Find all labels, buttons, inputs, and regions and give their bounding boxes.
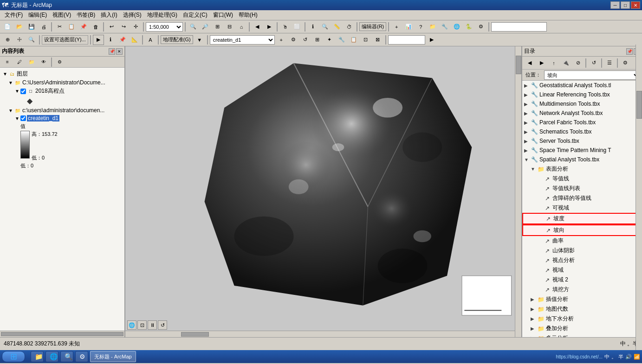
arcmap-help-btn[interactable]: ? [415,22,426,32]
toc-list-btn[interactable]: ≡ [2,57,13,67]
cat-spatial-expand[interactable]: ▼ [524,157,531,162]
auto-adjust-btn[interactable]: 🔧 [336,35,347,45]
select-features-btn[interactable]: 🖱 [279,22,291,32]
cat-server-expand[interactable]: ▶ [524,139,531,144]
catalog-item-spacetime[interactable]: ▶ 🔧 Space Time Pattern Mining T [522,146,642,155]
cat-multivar-expand[interactable]: ▶ [531,336,537,337]
model-btn[interactable]: ⚙ [475,22,486,32]
transform-btn[interactable]: ⊞ [312,35,323,45]
measure-btn[interactable]: 📏 [331,22,343,32]
taskbar-settings-btn[interactable]: ⚙ [75,351,88,362]
measure-dist-btn[interactable]: 📐 [129,35,140,45]
toc-pts-expand[interactable]: ▼ [14,89,20,94]
rectify-btn[interactable]: ⊠ [372,35,383,45]
toc-layers-root[interactable]: ▼ 🗂 图层 [1,70,123,78]
layer-add-btn[interactable]: + [276,35,287,45]
menu-file[interactable]: 文件(F) [2,10,26,20]
minimize-button[interactable]: ─ [610,1,620,9]
arc-catalog-btn[interactable]: 📁 [427,22,438,32]
fwd-extent-btn[interactable]: ▶ [264,22,275,32]
catalog-item-viewshed-analysis[interactable]: ▶ ↗ 视点分析 [522,255,642,265]
print-btn[interactable]: 🖨 [38,22,49,32]
cat-interp-expand[interactable]: ▶ [531,297,537,302]
catalog-item-geostat[interactable]: ▶ 🔧 Geostatistical Analyst Tools.tl [522,81,642,90]
toc-group2-expand[interactable]: ▼ [7,108,14,113]
rotate-btn[interactable]: ↺ [300,35,311,45]
cat-spacetime-expand[interactable]: ▶ [524,148,531,153]
catalog-item-mapalgbr[interactable]: ▶ 📁 地图代数 [522,304,642,314]
catalog-item-contourbarriers[interactable]: ▶ ↗ 含障碍的等值线 [522,193,642,203]
catalog-item-server[interactable]: ▶ 🔧 Server Tools.tbx [522,136,642,146]
cat-up-btn[interactable]: ↑ [548,58,559,68]
full-extent-btn[interactable]: ⌂ [236,22,247,32]
pan-map-btn[interactable]: ☩ [14,35,25,45]
cat-schematics-expand[interactable]: ▶ [524,129,531,134]
visible-layers-btn[interactable]: 设置可选图层(Y)... [42,35,88,45]
catalog-item-fill[interactable]: ▶ ↗ 填挖方 [522,285,642,294]
full-view-btn[interactable]: ⊡ [360,35,371,45]
menu-geoprocess[interactable]: 地理处理(G) [144,10,180,20]
view-link-table-btn[interactable]: 📋 [348,35,359,45]
identify-btn[interactable]: ℹ [307,22,318,32]
layer-scale-dropdown[interactable]: 1:50,000 [146,22,183,32]
new-btn[interactable]: 📄 [2,22,13,32]
toc-tin-layer[interactable]: ▼ createtin_d1 [1,115,123,122]
arc-toolbox-btn[interactable]: 🔧 [439,22,450,32]
undo-btn[interactable]: ↩ [106,22,117,32]
search2-go-btn[interactable]: ▶ [426,35,437,45]
identify-tool-btn[interactable]: ▶ [93,35,104,45]
label-btn[interactable]: A [145,35,156,45]
control-pts-btn[interactable]: ✦ [324,35,335,45]
time-btn[interactable]: ⏱ [344,22,355,32]
cat-multidim-expand[interactable]: ▶ [524,102,531,107]
toc-by-drawing-btn[interactable]: 🖊 [14,57,25,67]
layer-settings-btn[interactable]: ⚙ [288,35,299,45]
catalog-vscroll[interactable] [636,46,642,337]
menu-view[interactable]: 视图(V) [50,10,74,20]
cat-connect-btn[interactable]: 🔌 [560,58,571,68]
zoom-extent-btn[interactable]: ⊕ [2,35,13,45]
map-nav-globe-btn[interactable]: 🌐 [127,320,136,330]
cat-parcel-expand[interactable]: ▶ [524,120,531,125]
catalog-item-viewshed[interactable]: ▶ ↗ 视域 [522,265,642,275]
catalog-item-interpolation[interactable]: ▶ 📁 插值分析 [522,294,642,304]
toc-tin-checkbox[interactable] [20,115,26,121]
toc-group2[interactable]: ▼ 📁 c:\users\administrator\documen... [1,106,123,115]
toc-content[interactable]: ▼ 🗂 图层 ▼ 📁 C:\Users\Administrator\Docume… [0,68,124,331]
toc-by-source-btn[interactable]: 📁 [26,57,37,67]
toc-layers-expand[interactable]: ▼ [2,71,8,77]
copy-btn[interactable]: 📋 [66,22,77,32]
close-button[interactable]: ✕ [631,1,640,9]
taskbar-browser-btn[interactable]: 🌐 [45,351,58,362]
cat-disconnect-btn[interactable]: ⊘ [572,58,584,68]
map-hscroll-thumb[interactable] [181,332,209,337]
toc-pts-checkbox[interactable] [20,89,26,94]
catalog-item-contourlist[interactable]: ▶ ↗ 等值线列表 [522,184,642,193]
taskbar-apps-btn[interactable]: 📁 [31,351,44,362]
html-popup-btn[interactable]: ℹ [105,35,116,45]
toc-group1-expand[interactable]: ▼ [7,80,14,85]
menu-customize[interactable]: 自定义(C) [180,10,210,20]
zoom-in-btn[interactable]: 🔍 [188,22,199,32]
cat-fwd-btn[interactable]: ▶ [536,58,547,68]
open-btn[interactable]: 📂 [14,22,25,32]
catalog-item-network[interactable]: ▶ 🔧 Network Analyst Tools.tbx [522,109,642,118]
catalog-item-spatial[interactable]: ▼ 🔧 Spatial Analyst Tools.tbx [522,155,642,164]
menu-help[interactable]: 帮助(H) [236,10,260,20]
cat-options-btn[interactable]: ⚙ [620,58,631,68]
select-by-graphics-btn[interactable]: ⬜ [292,22,303,32]
cat-back-btn[interactable]: ◀ [524,58,535,68]
zoom-rect-btn[interactable]: 🔍 [26,35,37,45]
add-data-btn[interactable]: 📊 [403,22,414,32]
menu-edit[interactable]: 编辑(E) [26,10,50,20]
georef-label[interactable]: 地理配准(G) [161,35,193,44]
catalog-content[interactable]: ▶ 🔧 Geostatistical Analyst Tools.tl ▶ 🔧 … [522,81,642,337]
toc-scroll-thumb[interactable] [1,332,123,336]
toc-options-btn[interactable]: ⚙ [54,57,65,67]
catalog-item-multidim[interactable]: ▶ 🔧 Multidimension Tools.tbx [522,99,642,109]
menu-bookmarks[interactable]: 书签(B) [74,10,98,20]
catalog-item-viewshed-area[interactable]: ▶ ↗ 可视域 [522,203,642,213]
cat-refresh-btn[interactable]: ↺ [588,58,599,68]
maximize-button[interactable]: □ [621,1,630,9]
delete-btn[interactable]: 🗑 [90,22,101,32]
